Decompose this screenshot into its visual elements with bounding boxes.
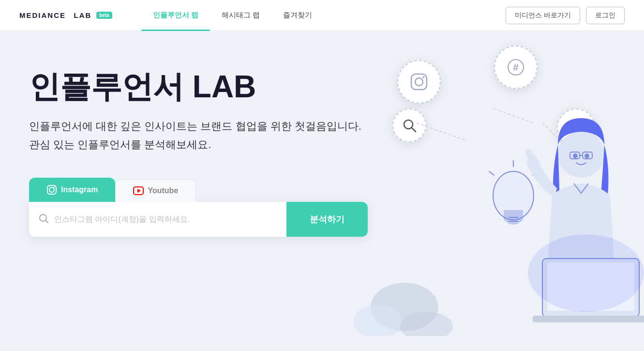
search-icon [39, 214, 48, 226]
page-title: 인플루언서 LAB [29, 70, 368, 104]
svg-rect-25 [533, 316, 644, 322]
logo-lab: LAB [74, 11, 91, 19]
svg-point-17 [573, 153, 578, 158]
svg-point-18 [584, 153, 589, 158]
header: MEDIANCE LAB beta 인플루언서 랩 해시태그 랩 즐겨찾기 미디… [0, 0, 644, 31]
header-actions: 미디언스 바로가기 로그인 [506, 7, 625, 24]
hero-illustration [329, 70, 644, 336]
svg-marker-34 [137, 189, 141, 193]
search-bar: 분석하기 [29, 202, 368, 237]
nav-item-favorites[interactable]: 즐겨찾기 [271, 0, 324, 31]
tab-youtube-label: Youtube [148, 186, 178, 195]
analyze-button[interactable]: 분석하기 [286, 202, 368, 237]
platform-tabs: Instagram Youtube [29, 178, 368, 237]
main-nav: 인플루언서 랩 해시태그 랩 즐겨찾기 [141, 0, 506, 31]
hero-subtitle: 인플루언서에 대한 깊은 인사이트는 브랜드 협업을 위한 첫걸음입니다. 관심… [29, 117, 368, 153]
svg-point-32 [54, 186, 55, 187]
hero-subtitle-line2: 관심 있는 인플루언서를 분석해보세요. [29, 138, 211, 151]
instagram-icon [46, 184, 57, 195]
search-input[interactable] [54, 204, 277, 234]
search-input-wrapper [29, 204, 286, 234]
nav-item-hashtag-lab[interactable]: 해시태그 랩 [210, 0, 271, 31]
svg-point-31 [49, 187, 54, 192]
hero-subtitle-line1: 인플루언서에 대한 깊은 인사이트는 브랜드 협업을 위한 첫걸음입니다. [29, 120, 361, 132]
tab-instagram-label: Instagram [61, 185, 98, 194]
svg-point-16 [558, 131, 604, 178]
login-button[interactable]: 로그인 [586, 7, 625, 24]
youtube-icon [133, 186, 144, 195]
beta-badge: beta [96, 12, 112, 19]
mediance-link-button[interactable]: 미디언스 바로가기 [506, 7, 580, 24]
svg-line-36 [46, 220, 48, 223]
tabs-row: Instagram Youtube [29, 178, 368, 202]
svg-line-8 [494, 108, 533, 123]
hero-section: # [0, 31, 644, 351]
nav-item-influencer-lab[interactable]: 인플루언서 랩 [141, 0, 210, 31]
svg-line-15 [489, 171, 494, 175]
logo-mediance: MEDIANCE [19, 11, 66, 19]
hero-content: 인플루언서 LAB 인플루언서에 대한 깊은 인사이트는 브랜드 협업을 위한 … [29, 70, 368, 237]
svg-point-29 [528, 234, 644, 312]
tab-instagram[interactable]: Instagram [29, 178, 115, 202]
logo: MEDIANCE LAB beta [19, 11, 112, 20]
svg-line-7 [417, 123, 465, 140]
tab-youtube[interactable]: Youtube [115, 179, 196, 202]
